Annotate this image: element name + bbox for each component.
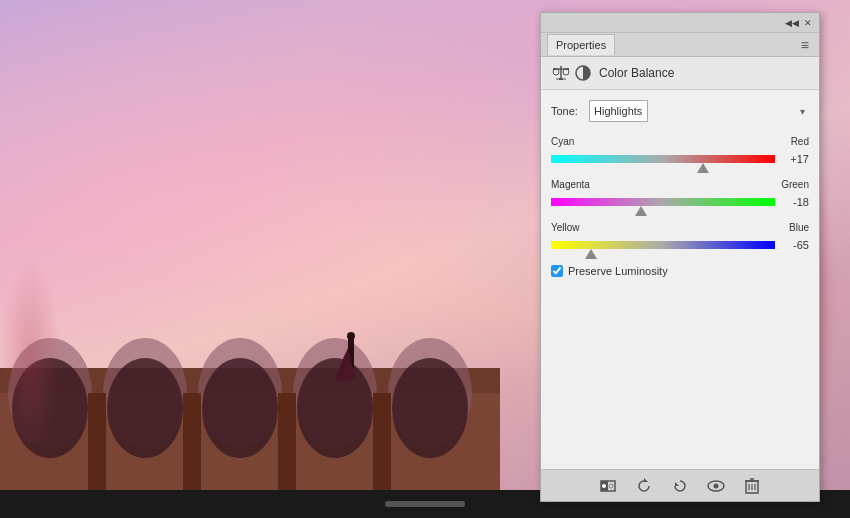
panel-header: Color Balance xyxy=(541,57,819,90)
cyan-red-slider-group: Cyan Red +17 xyxy=(551,136,809,169)
toggle-visibility-button[interactable] xyxy=(706,476,726,496)
svg-point-11 xyxy=(392,358,468,458)
tone-select-wrapper: Shadows Midtones Highlights xyxy=(589,100,809,122)
red-label: Red xyxy=(791,136,809,147)
cyan-red-track-container xyxy=(551,149,775,169)
svg-marker-31 xyxy=(644,478,648,482)
blue-label: Blue xyxy=(789,222,809,233)
cyan-red-value: +17 xyxy=(781,153,809,165)
bw-circle-icon xyxy=(575,65,591,81)
color-balance-title: Color Balance xyxy=(599,66,674,80)
magenta-green-value: -18 xyxy=(781,196,809,208)
yellow-blue-labels: Yellow Blue xyxy=(551,222,809,233)
svg-point-30 xyxy=(609,484,613,488)
collapse-button[interactable]: ◀◀ xyxy=(785,16,799,30)
cyan-red-labels: Cyan Red xyxy=(551,136,809,147)
yellow-blue-thumb[interactable] xyxy=(585,247,597,259)
reset-button[interactable] xyxy=(670,476,690,496)
bridge-scene xyxy=(0,288,500,518)
svg-point-21 xyxy=(563,69,569,75)
cyan-label: Cyan xyxy=(551,136,574,147)
svg-point-29 xyxy=(602,484,606,488)
svg-point-9 xyxy=(202,358,278,458)
panel-content: Tone: Shadows Midtones Highlights Cyan R… xyxy=(541,90,819,469)
svg-point-34 xyxy=(714,483,719,488)
balance-icon xyxy=(551,65,571,81)
svg-marker-32 xyxy=(675,482,679,486)
left-trees xyxy=(0,258,60,458)
panel-menu-button[interactable]: ≡ xyxy=(797,37,813,53)
svg-point-10 xyxy=(297,358,373,458)
yellow-blue-value: -65 xyxy=(781,239,809,251)
cyan-red-slider-row: +17 xyxy=(551,149,809,169)
panel-titlebar: Properties ≡ xyxy=(541,33,819,57)
properties-tab[interactable]: Properties xyxy=(547,34,615,55)
delete-button[interactable] xyxy=(742,476,762,496)
svg-point-8 xyxy=(107,358,183,458)
close-button[interactable]: ✕ xyxy=(801,16,815,30)
panel-toolbar xyxy=(541,469,819,501)
magenta-green-labels: Magenta Green xyxy=(551,179,809,190)
preserve-luminosity-checkbox[interactable] xyxy=(551,265,563,277)
yellow-blue-slider-group: Yellow Blue -65 xyxy=(551,222,809,255)
yellow-blue-track-container xyxy=(551,235,775,255)
properties-panel: ◀◀ ✕ Properties ≡ Colo xyxy=(540,12,820,502)
magenta-green-thumb[interactable] xyxy=(635,204,647,216)
cyan-red-track xyxy=(551,155,775,163)
magenta-green-slider-group: Magenta Green -18 xyxy=(551,179,809,212)
svg-point-17 xyxy=(347,332,355,340)
magenta-green-track xyxy=(551,198,775,206)
header-icons xyxy=(551,65,591,81)
tone-row: Tone: Shadows Midtones Highlights xyxy=(551,100,809,122)
add-mask-button[interactable] xyxy=(598,476,618,496)
green-label: Green xyxy=(781,179,809,190)
magenta-green-slider-row: -18 xyxy=(551,192,809,212)
scrollbar[interactable] xyxy=(385,501,465,507)
tone-select[interactable]: Shadows Midtones Highlights xyxy=(589,100,648,122)
preserve-luminosity-row: Preserve Luminosity xyxy=(551,265,809,277)
cyan-red-thumb[interactable] xyxy=(697,161,709,173)
magenta-label: Magenta xyxy=(551,179,590,190)
magenta-green-track-container xyxy=(551,192,775,212)
tone-label: Tone: xyxy=(551,105,583,117)
yellow-blue-slider-row: -65 xyxy=(551,235,809,255)
preserve-luminosity-label: Preserve Luminosity xyxy=(568,265,668,277)
panel-top-bar: ◀◀ ✕ xyxy=(541,13,819,33)
yellow-label: Yellow xyxy=(551,222,580,233)
svg-point-20 xyxy=(553,69,559,75)
cycle-previews-button[interactable] xyxy=(634,476,654,496)
